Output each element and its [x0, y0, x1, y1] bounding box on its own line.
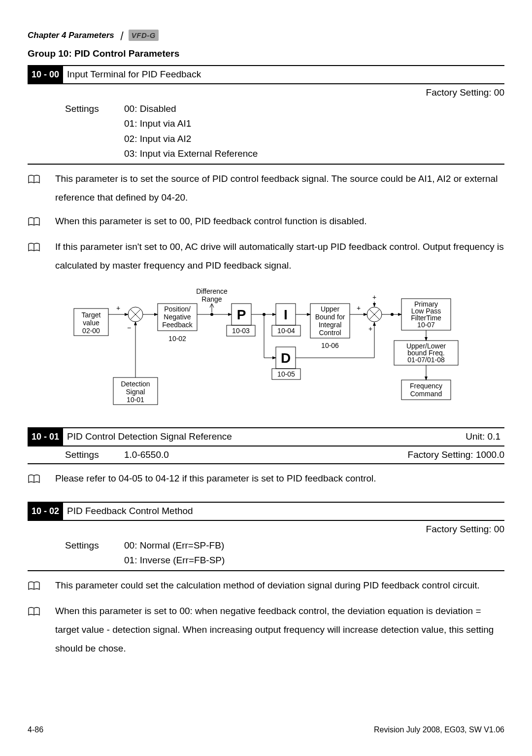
param-block-10-02: 10 - 02 PID Feedback Control Method Fact…	[28, 502, 504, 571]
group-title: Group 10: PID Control Parameters	[28, 47, 504, 61]
param-name: Input Terminal for PID Feedback	[63, 66, 504, 83]
param-unit: Unit: 0.1	[462, 428, 504, 446]
settings-values: 1.0-6550.0	[124, 448, 408, 462]
note-item: When this parameter is set to 00, PID fe…	[28, 212, 504, 233]
param-name: PID Control Detection Signal Reference	[63, 428, 462, 446]
page-number: 4-86	[28, 724, 43, 735]
svg-text:+: +	[372, 293, 376, 301]
svg-text:+: +	[116, 304, 120, 312]
note-text: This parameter is to set the source of P…	[55, 170, 504, 207]
settings-values: 00: Normal (Err=SP-FB) 01: Inverse (Err=…	[124, 539, 504, 569]
svg-text:Detection: Detection	[121, 380, 150, 388]
book-icon	[28, 579, 40, 597]
note-item: When this parameter is set to 00: when n…	[28, 602, 504, 658]
svg-text:Signal: Signal	[126, 388, 145, 396]
svg-text:Bound for: Bound for	[315, 313, 345, 321]
svg-text:Negative: Negative	[164, 313, 191, 321]
note-text: Please refer to 04-05 to 04-12 if this p…	[55, 469, 504, 490]
settings-label: Settings	[65, 103, 124, 163]
book-icon	[28, 605, 40, 658]
setting-option: 00: Normal (Err=SP-FB)	[124, 539, 504, 552]
note-item: Please refer to 04-05 to 04-12 if this p…	[28, 469, 504, 490]
setting-option: 03: Input via External Reference	[124, 147, 504, 161]
chapter-header: Chapter 4 Parameters ｜ VFD-G	[28, 30, 504, 41]
settings-label: Settings	[65, 448, 124, 462]
separator: ｜	[117, 30, 126, 41]
factory-setting: Factory Setting: 00	[28, 84, 504, 102]
settings-values: 00: Disabled 01: Input via AI1 02: Input…	[124, 103, 504, 163]
factory-setting: Factory Setting: 00	[28, 521, 504, 538]
book-icon	[28, 472, 40, 490]
svg-text:10-04: 10-04	[277, 327, 295, 335]
svg-text:Target: Target	[82, 311, 101, 319]
settings-label: Settings	[65, 539, 124, 569]
svg-text:P: P	[237, 307, 246, 322]
note-item: This parameter is to set the source of P…	[28, 170, 504, 207]
svg-text:D: D	[281, 350, 291, 366]
svg-text:Control: Control	[319, 329, 341, 337]
note-item: This parameter could set the calculation…	[28, 576, 504, 597]
svg-line-28	[212, 304, 214, 308]
note-list: Please refer to 04-05 to 04-12 if this p…	[28, 469, 504, 490]
svg-text:Command: Command	[410, 390, 442, 398]
svg-text:+: +	[368, 325, 372, 333]
revision-text: Revision July 2008, EG03, SW V1.06	[374, 724, 504, 735]
svg-text:Integral: Integral	[319, 321, 342, 329]
note-text: If this parameter isn't set to 00, AC dr…	[55, 238, 504, 275]
svg-text:10-06: 10-06	[321, 342, 339, 349]
svg-text:10-02: 10-02	[168, 335, 186, 343]
book-icon	[28, 241, 40, 275]
svg-point-30	[210, 313, 213, 316]
svg-text:10-03: 10-03	[232, 327, 250, 335]
settings-row: Settings 00: Disabled 01: Input via AI1 …	[28, 102, 504, 165]
setting-option: 01: Inverse (Err=FB-SP)	[124, 554, 504, 567]
svg-text:Upper: Upper	[321, 305, 339, 313]
svg-text:10-01: 10-01	[127, 396, 144, 404]
svg-text:10-07: 10-07	[417, 321, 435, 329]
note-text: When this parameter is set to 00: when n…	[55, 602, 504, 658]
param-header: 10 - 02 PID Feedback Control Method	[28, 502, 504, 521]
param-block-10-00: 10 - 00 Input Terminal for PID Feedback …	[28, 65, 504, 165]
param-name: PID Feedback Control Method	[63, 503, 504, 520]
svg-point-65	[391, 313, 394, 316]
param-header: 10 - 00 Input Terminal for PID Feedback	[28, 65, 504, 84]
note-list: This parameter is to set the source of P…	[28, 170, 504, 275]
svg-text:Position/: Position/	[164, 305, 191, 313]
setting-option: 01: Input via AI1	[124, 117, 504, 131]
svg-text:01-07/01-08: 01-07/01-08	[407, 356, 445, 364]
book-icon	[28, 215, 40, 233]
settings-row: Settings 1.0-6550.0 Factory Setting: 100…	[28, 447, 504, 465]
book-icon	[28, 172, 40, 207]
svg-text:I: I	[284, 307, 288, 322]
setting-range: 1.0-6550.0	[124, 449, 169, 460]
svg-text:02-00: 02-00	[82, 327, 100, 335]
svg-text:10-05: 10-05	[277, 370, 295, 378]
svg-text:Frequency: Frequency	[410, 382, 442, 390]
setting-option: 00: Disabled	[124, 103, 504, 116]
param-code: 10 - 00	[28, 66, 63, 83]
brand-badge: VFD-G	[129, 30, 159, 41]
settings-row: Settings 00: Normal (Err=SP-FB) 01: Inve…	[28, 538, 504, 571]
svg-text:+: +	[357, 304, 361, 312]
note-item: If this parameter isn't set to 00, AC dr…	[28, 238, 504, 275]
svg-line-27	[210, 304, 212, 308]
svg-text:Range: Range	[201, 295, 222, 303]
param-block-10-01: 10 - 01 PID Control Detection Signal Ref…	[28, 427, 504, 464]
svg-text:Feedback: Feedback	[162, 321, 193, 329]
factory-setting-inline: Factory Setting: 1000.0	[408, 448, 504, 462]
pid-diagram: Target value 02-00 + − Detection Signal …	[28, 284, 504, 415]
param-code: 10 - 01	[28, 428, 63, 446]
svg-text:value: value	[83, 319, 100, 327]
note-text: When this parameter is set to 00, PID fe…	[55, 212, 504, 233]
page-footer: 4-86 Revision July 2008, EG03, SW V1.06	[28, 724, 504, 735]
param-header: 10 - 01 PID Control Detection Signal Ref…	[28, 427, 504, 447]
svg-text:−: −	[127, 324, 131, 332]
note-text: This parameter could set the calculation…	[55, 576, 504, 597]
param-code: 10 - 02	[28, 503, 63, 520]
note-list: This parameter could set the calculation…	[28, 576, 504, 658]
svg-text:Difference: Difference	[196, 287, 228, 295]
setting-option: 02: Input via AI2	[124, 133, 504, 146]
chapter-label: Chapter 4 Parameters	[28, 30, 114, 41]
